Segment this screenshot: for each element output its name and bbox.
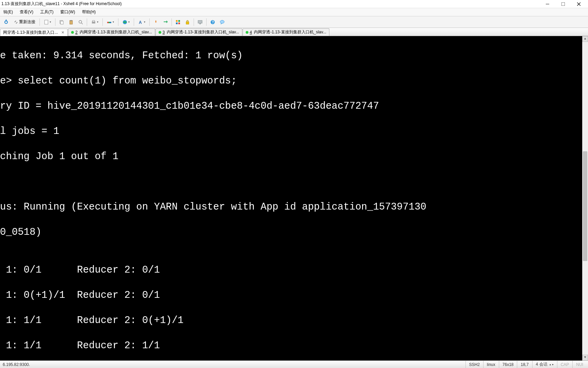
- statusbar: 6.195.82:9300. SSH2 linux 76x18 18,7 4 会…: [0, 361, 588, 368]
- menu-edit[interactable]: 辑(E): [1, 9, 15, 16]
- terminal-line: ching Job 1 out of 1: [0, 150, 588, 163]
- chat-button[interactable]: [218, 18, 226, 26]
- font-button[interactable]: A ▾: [136, 18, 147, 26]
- disconnect-button[interactable]: [2, 18, 10, 26]
- terminal-line: e taken: 9.314 seconds, Fetched: 1 row(s…: [0, 49, 588, 62]
- svg-rect-8: [61, 21, 63, 24]
- color-button[interactable]: ▾: [105, 18, 116, 26]
- status-dot-icon: [246, 31, 248, 34]
- terminal-line: 1: 0/1 Reducer 2: 0/1: [0, 264, 588, 276]
- reconnect-button[interactable]: 重新连接: [12, 18, 37, 26]
- toolbar-separator: [102, 18, 103, 26]
- terminal[interactable]: e taken: 9.314 seconds, Fetched: 1 row(s…: [0, 36, 588, 361]
- dropdown-icon: ▾: [144, 20, 145, 24]
- dropdown-icon: ▾: [128, 20, 130, 24]
- globe-icon: [122, 20, 127, 25]
- svg-rect-20: [176, 20, 178, 22]
- svg-text:?: ?: [212, 20, 214, 24]
- svg-rect-25: [198, 20, 202, 23]
- toolbar-separator: [118, 18, 118, 26]
- reconnect-label: 重新连接: [19, 19, 35, 25]
- tab-4[interactable]: 4 内网穿透-1.13-直接到集群入口机_slav...: [243, 28, 329, 36]
- tab-label: 网穿透-1.13-直接到集群入口...: [3, 30, 58, 35]
- toolbar-separator: [206, 18, 207, 26]
- svg-rect-15: [107, 22, 109, 23]
- status-num: NUI: [572, 361, 587, 368]
- svg-rect-21: [178, 20, 180, 22]
- tab-label: 内网穿透-1.13-直接到集群入口机_slav...: [80, 29, 152, 35]
- tab-number: 2: [75, 30, 78, 35]
- maximize-button[interactable]: [555, 0, 571, 8]
- menu-window[interactable]: 窗口(W): [58, 9, 77, 16]
- dropdown-icon: ▾: [113, 20, 114, 24]
- status-sessions: 4 会话 ▴ ▸: [532, 361, 557, 368]
- toolbar: 重新连接 ▾ ▾ ▾ ▾ A ▾: [0, 16, 588, 28]
- palette-icon: [107, 20, 112, 25]
- help-button[interactable]: ?: [209, 18, 217, 26]
- svg-rect-17: [110, 22, 111, 23]
- tab-1[interactable]: 网穿透-1.13-直接到集群入口... ✕: [0, 29, 68, 36]
- svg-point-29: [220, 20, 224, 23]
- scroll-thumb[interactable]: [583, 151, 587, 261]
- status-host: 6.195.82:9300.: [1, 362, 466, 367]
- svg-line-12: [81, 23, 83, 24]
- copy-icon: [59, 20, 64, 25]
- terminal-line: 1: 1/1 Reducer 2: 1/1: [0, 339, 588, 352]
- scroll-up-icon[interactable]: ▲: [582, 36, 588, 42]
- dropdown-icon: ▾: [50, 20, 51, 24]
- svg-rect-6: [45, 20, 48, 24]
- toolbar-separator: [39, 18, 40, 26]
- copy-button[interactable]: [58, 18, 66, 26]
- tab-3[interactable]: 3 内网穿透-1.13-直接到集群入口机_slav...: [156, 28, 242, 36]
- scroll-down-icon[interactable]: ▼: [582, 355, 588, 361]
- paste-icon: [69, 20, 74, 25]
- lock-button[interactable]: [183, 18, 192, 26]
- tab-2[interactable]: 2 内网穿透-1.13-直接到集群入口机_slav...: [68, 28, 155, 36]
- printer-icon: [91, 20, 96, 25]
- help-icon: ?: [210, 20, 215, 25]
- terminal-line: 1: 0(+1)/1 Reducer 2: 0/1: [0, 289, 588, 302]
- search-icon: [78, 20, 83, 25]
- maximize-icon: [561, 2, 565, 6]
- terminal-line: e> select count(1) from weibo_stopwords;: [0, 75, 588, 87]
- status-cap: CAP: [557, 361, 573, 368]
- svg-rect-23: [178, 22, 180, 24]
- dropdown-icon: ▾: [97, 20, 98, 24]
- terminal-line: l jobs = 1: [0, 125, 588, 138]
- svg-rect-26: [199, 24, 201, 24]
- toolbar-separator: [172, 18, 172, 26]
- scroll-track[interactable]: [582, 42, 588, 355]
- lock-icon: [185, 20, 190, 25]
- close-button[interactable]: [571, 0, 587, 8]
- status-dot-icon: [159, 31, 161, 34]
- svg-rect-10: [70, 20, 72, 21]
- menu-view[interactable]: 查看(V): [18, 9, 35, 16]
- status-dot-icon: [71, 31, 74, 34]
- paste-button[interactable]: [67, 18, 75, 26]
- close-icon: [577, 2, 581, 6]
- tile-button[interactable]: [174, 18, 182, 26]
- minimize-icon: [546, 2, 549, 6]
- new-button[interactable]: ▾: [42, 18, 53, 26]
- grid-icon: [176, 20, 180, 25]
- scrollbar[interactable]: ▲ ▼: [582, 36, 588, 361]
- globe-button[interactable]: ▾: [120, 18, 132, 26]
- font-icon: A: [138, 20, 143, 25]
- tabbar: 网穿透-1.13-直接到集群入口... ✕ 2 内网穿透-1.13-直接到集群入…: [0, 28, 588, 36]
- screen-button[interactable]: [196, 18, 204, 26]
- menu-tools[interactable]: 工具(T): [38, 9, 55, 16]
- script-button[interactable]: [152, 18, 160, 26]
- status-size: 76x18: [499, 361, 517, 368]
- print-button[interactable]: ▾: [89, 18, 100, 26]
- find-button[interactable]: [77, 18, 85, 26]
- svg-rect-16: [109, 22, 110, 23]
- tab-label: 内网穿透-1.13-直接到集群入口机_slav...: [254, 29, 326, 35]
- tab-close-icon[interactable]: ✕: [61, 30, 65, 34]
- status-os: linux: [483, 361, 499, 368]
- menu-help[interactable]: 帮助(H): [80, 9, 98, 16]
- monitor-icon: [198, 20, 202, 25]
- toolbar-separator: [87, 18, 87, 26]
- transfer-button[interactable]: [161, 18, 169, 26]
- minimize-button[interactable]: [540, 0, 555, 8]
- svg-text:A: A: [139, 20, 142, 25]
